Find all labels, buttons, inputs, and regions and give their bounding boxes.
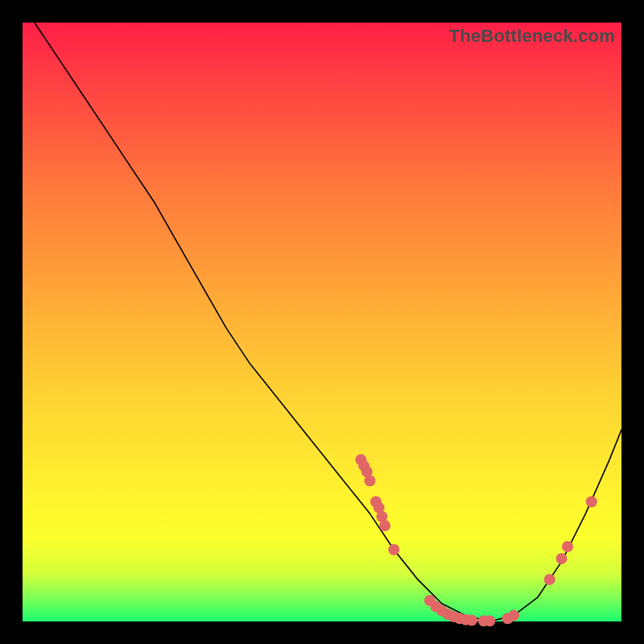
bottleneck-curve [35,23,621,621]
data-point [466,615,477,626]
data-point [365,475,376,486]
chart-frame: TheBottleneck.com [23,23,621,621]
data-point [586,496,597,507]
data-point [484,615,495,626]
data-point [379,520,390,531]
scatter-points [355,454,597,626]
data-point [556,553,568,564]
data-point [562,541,573,552]
chart-svg [23,23,621,621]
data-point [388,544,399,555]
data-point [508,610,519,621]
data-point [544,574,555,585]
